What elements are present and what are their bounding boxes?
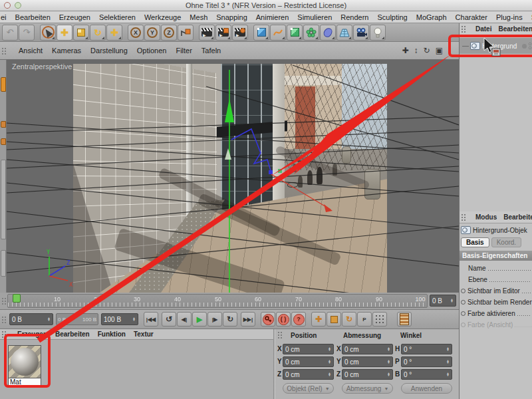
visible-editor-toggle-icon[interactable] <box>529 43 531 45</box>
zoom-view-icon[interactable]: ↕ <box>414 46 418 55</box>
mat-menu-bearbeiten[interactable]: Bearbeiten <box>55 331 90 338</box>
panel-grip-icon[interactable] <box>461 25 467 33</box>
scale-tool-icon[interactable] <box>73 25 89 41</box>
vp-menu-kameras[interactable]: Kameras <box>52 47 81 55</box>
add-light-icon[interactable] <box>370 25 386 41</box>
panel-grip-icon[interactable] <box>277 331 283 338</box>
panel-grip-icon[interactable] <box>1 297 7 305</box>
object-row-hintergrund[interactable]: Hintergrund <box>460 38 532 54</box>
rotate-view-icon[interactable]: ↻ <box>424 46 430 55</box>
add-camera-icon[interactable] <box>353 25 369 41</box>
current-frame-marker[interactable] <box>13 294 21 303</box>
add-floor-icon[interactable] <box>336 25 352 41</box>
add-generator-icon[interactable] <box>287 25 303 41</box>
size-x-field[interactable]: 0 cm▲▼ <box>342 344 393 354</box>
redo-icon[interactable]: ↷ <box>19 25 35 41</box>
tab-koord[interactable]: Koord. <box>491 237 521 247</box>
angle-b-field[interactable]: 0 °▲▼ <box>401 369 452 380</box>
menu-datei-cut[interactable]: ei <box>1 13 7 21</box>
menu-bearbeiten[interactable]: Bearbeiten <box>15 13 51 21</box>
current-frame-field[interactable]: 0 B ▲▼ <box>430 295 456 307</box>
material-preview-sphere[interactable] <box>8 345 41 378</box>
goto-end-icon[interactable]: ▶▶| <box>241 312 255 327</box>
loop-forward-icon[interactable]: ↻ <box>223 312 237 327</box>
record-rotation-icon[interactable]: ↻ <box>342 312 356 327</box>
mat-menu-funktion[interactable]: Funktion <box>98 331 126 338</box>
om-menu-datei[interactable]: Datei <box>475 25 491 33</box>
add-deformer-icon[interactable] <box>303 25 319 41</box>
left-strip-button[interactable] <box>1 77 6 92</box>
om-menu-bearbeiten[interactable]: Bearbeiten <box>498 25 532 33</box>
range-start-field[interactable]: 0 B ▲▼ <box>9 313 53 325</box>
keyframe-presets-icon[interactable] <box>397 312 412 327</box>
rotate-tool-icon[interactable]: ↻ <box>90 25 106 41</box>
vp-menu-darstellung[interactable]: Darstellung <box>90 47 128 55</box>
spinner-icon[interactable]: ▲▼ <box>132 317 136 322</box>
add-cube-icon[interactable] <box>253 25 269 41</box>
previous-frame-icon[interactable]: ◀| <box>177 312 192 327</box>
menu-animieren[interactable]: Animieren <box>256 13 289 21</box>
panel-grip-icon[interactable] <box>1 331 7 338</box>
left-strip-button[interactable] <box>1 250 6 277</box>
goto-start-icon[interactable]: |◀◀ <box>144 312 158 327</box>
render-view-icon[interactable] <box>199 25 215 41</box>
record-key-icon[interactable] <box>261 312 275 327</box>
vp-menu-optionen[interactable]: Optionen <box>137 47 167 55</box>
spinner-icon[interactable]: ▲▼ <box>450 299 454 303</box>
left-strip-button[interactable] <box>1 160 6 239</box>
last-tool-icon[interactable]: ✚ <box>106 25 122 41</box>
menu-mesh[interactable]: Mesh <box>190 13 207 21</box>
menu-selektieren[interactable]: Selektieren <box>99 13 136 21</box>
size-z-field[interactable]: 0 cm▲▼ <box>342 369 393 380</box>
property-row-sichtbar-render[interactable]: Sichtbar beim Render <box>460 297 532 308</box>
size-mode-dropdown[interactable]: Abmessung▼ <box>342 383 393 394</box>
mat-menu-erzeugen[interactable]: Erzeugen <box>17 331 47 338</box>
material-mat[interactable]: Mat <box>8 345 41 387</box>
preview-range-slider[interactable]: 0 B100 B <box>56 313 98 325</box>
range-end-field[interactable]: 100 B ▲▼ <box>101 313 138 325</box>
property-row-name[interactable]: Name <box>460 263 532 274</box>
viewport-3d[interactable]: Zentralperspektive <box>7 60 459 293</box>
mat-menu-textur[interactable]: Textur <box>134 331 154 338</box>
record-position-icon[interactable]: ✚ <box>311 312 326 327</box>
menu-simulieren[interactable]: Simulieren <box>297 13 332 21</box>
timeline-track[interactable]: 0 10 20 30 40 50 60 70 80 90 100 <box>7 294 428 308</box>
property-row-sichtbar-editor[interactable]: Sichtbar im Editor <box>460 285 532 297</box>
property-row-ebene[interactable]: Ebene <box>460 274 532 285</box>
menu-charakter[interactable]: Charakter <box>456 13 487 21</box>
keyframe-toggle-icon[interactable] <box>461 300 466 305</box>
pan-view-icon[interactable]: ✚ <box>402 46 409 55</box>
lock-y-axis-icon[interactable]: Y <box>144 25 160 41</box>
add-environment-icon[interactable] <box>320 25 336 41</box>
am-menu-modus[interactable]: Modus <box>475 213 497 221</box>
left-strip-button[interactable] <box>1 138 6 145</box>
loop-backward-icon[interactable]: ↺ <box>162 312 176 327</box>
property-row-farbe-aktivieren[interactable]: Farbe aktivieren <box>460 308 532 319</box>
lock-z-axis-icon[interactable]: Z <box>161 25 177 41</box>
menu-snapping[interactable]: Snapping <box>216 13 247 21</box>
panel-grip-icon[interactable] <box>1 316 7 323</box>
move-tool-icon[interactable]: ✚ <box>57 25 72 41</box>
render-picture-viewer-icon[interactable] <box>215 25 231 41</box>
lock-x-axis-icon[interactable]: X <box>128 25 144 41</box>
menu-rendern[interactable]: Rendern <box>340 13 368 21</box>
am-menu-bearbeiten[interactable]: Bearbeiten <box>503 213 532 221</box>
vp-menu-ansicht[interactable]: Ansicht <box>19 47 43 55</box>
menu-werkzeuge[interactable]: Werkzeuge <box>144 13 181 21</box>
panel-grip-icon[interactable] <box>461 213 467 221</box>
size-y-field[interactable]: 0 cm▲▼ <box>342 356 393 367</box>
toggle-view-icon[interactable]: ▣ <box>436 46 443 55</box>
position-z-field[interactable]: 0 cm▲▼ <box>283 369 334 380</box>
menu-sculpting[interactable]: Sculpting <box>377 13 407 21</box>
position-x-field[interactable]: 0 cm▲▼ <box>283 344 334 354</box>
record-scale-icon[interactable] <box>327 312 341 327</box>
keyframe-toggle-icon[interactable] <box>461 289 466 293</box>
material-list-area[interactable]: Mat <box>0 340 274 399</box>
undo-icon[interactable]: ↶ <box>2 25 18 41</box>
play-icon[interactable]: ▶ <box>192 312 207 327</box>
left-strip-button[interactable] <box>1 121 6 128</box>
add-spline-icon[interactable] <box>270 25 286 41</box>
coord-mode-dropdown[interactable]: Objekt (Rel)▼ <box>283 383 334 394</box>
live-selection-icon[interactable] <box>40 25 56 41</box>
record-parameter-icon[interactable]: P <box>357 312 372 327</box>
